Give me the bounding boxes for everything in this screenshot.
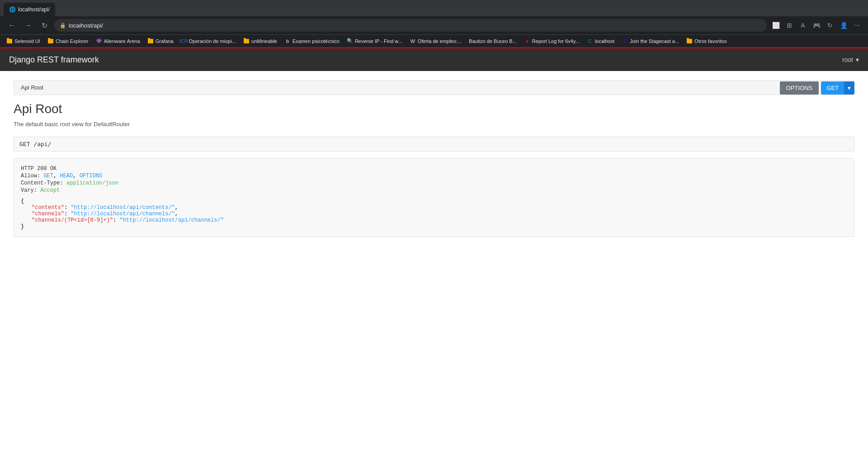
- allow-header-name: Allow:: [21, 173, 43, 179]
- bookmark-report-log[interactable]: ● Report Log for 6v4y...: [521, 37, 582, 45]
- bookmark-label: Reverse IP - Find w...: [355, 38, 402, 44]
- folder-icon: [686, 38, 693, 44]
- http-status: HTTP 200 OK: [21, 166, 847, 172]
- json-value-channels: "http://localhost/api/channels/": [71, 211, 175, 217]
- json-key-channels: "channels": [32, 211, 64, 217]
- address-bar[interactable]: 🔒 localhost/api/: [54, 19, 767, 32]
- content-type-name: Content-Type:: [21, 180, 66, 186]
- bookmark-unmineable[interactable]: unMineable: [241, 37, 280, 45]
- site-icon: S: [622, 38, 628, 44]
- bookmark-bautizo[interactable]: Bautizo de Buceo B...: [466, 38, 519, 45]
- navbar-user-label: root: [842, 56, 853, 63]
- content-type-value: application/json: [66, 180, 118, 186]
- json-value-channels-regex: "http://localhost/api/channels/": [119, 217, 223, 223]
- browser-actions: ⬜ ⊞ A 🎮 ↻ 👤 ⋯: [770, 20, 863, 31]
- json-key-channels-regex: "channels/(?P<id>[0-9]+)": [32, 217, 113, 223]
- navbar-brand[interactable]: Django REST framework: [9, 55, 99, 65]
- get-button-group: GET ▾: [821, 81, 854, 95]
- json-comma-1: ,: [175, 204, 178, 211]
- browser-chrome: 🌐 localhost/api/ ← → ↻ 🔒 localhost/api/ …: [0, 0, 868, 47]
- site-icon: ●: [524, 38, 530, 44]
- reload-button[interactable]: ↻: [38, 19, 51, 32]
- browser-controls: ← → ↻ 🔒 localhost/api/ ⬜ ⊞ A 🎮 ↻ 👤 ⋯: [0, 16, 868, 34]
- back-button[interactable]: ←: [5, 19, 18, 32]
- json-open-brace: {: [21, 198, 847, 204]
- json-key-contents: "contents": [32, 204, 64, 211]
- request-line: GET /api/: [14, 137, 854, 152]
- page-description: The default basic root view for DefaultR…: [14, 121, 854, 128]
- bookmark-otros[interactable]: Otros favoritos: [684, 37, 730, 45]
- site-icon: W: [410, 38, 416, 44]
- gaming-icon[interactable]: 🎮: [811, 20, 822, 31]
- json-channels-row: "channels": "http://localhost/api/channe…: [21, 211, 847, 217]
- allow-header-options: OPTIONS: [80, 173, 102, 179]
- folder-icon: [6, 38, 13, 44]
- json-channels-regex-row: "channels/(?P<id>[0-9]+)": "http://local…: [21, 217, 847, 223]
- json-colon-3: :: [113, 217, 119, 223]
- json-close-brace: }: [21, 223, 847, 230]
- bookmark-label: Operación de miopi...: [189, 38, 236, 44]
- vary-header-value: Accept: [40, 187, 60, 194]
- get-button[interactable]: GET: [821, 81, 844, 95]
- bookmark-localhost[interactable]: C localhost: [584, 37, 617, 45]
- folder-icon: ICR: [181, 38, 187, 44]
- navbar: Django REST framework root: [0, 48, 868, 71]
- vary-header: Vary: Accept: [21, 187, 847, 194]
- response-box: HTTP 200 OK Allow: GET, HEAD, OPTIONS Co…: [14, 158, 854, 237]
- bookmark-stagecast[interactable]: S Join the Stagecast a...: [619, 37, 682, 45]
- folder-icon: [147, 38, 154, 44]
- forward-button[interactable]: →: [22, 19, 34, 32]
- allow-header-comma2: ,: [73, 173, 79, 179]
- breadcrumb: Api Root: [14, 80, 854, 95]
- bookmark-label: Chain Explorer: [56, 38, 89, 44]
- update-icon[interactable]: ↻: [825, 20, 835, 31]
- bookmark-label: Selenoid UI: [14, 38, 40, 44]
- bookmark-label: Oferta de empleo:...: [418, 38, 462, 44]
- menu-icon[interactable]: ⋯: [852, 20, 863, 31]
- allow-header-comma1: ,: [53, 173, 60, 179]
- bookmark-label: unMineable: [251, 38, 277, 44]
- navbar-user[interactable]: root: [842, 56, 859, 63]
- active-tab[interactable]: 🌐 localhost/api/: [4, 3, 55, 16]
- bookmark-label: localhost: [595, 38, 614, 44]
- grid-icon[interactable]: ⊞: [784, 20, 795, 31]
- vary-header-name: Vary:: [21, 187, 40, 194]
- bookmark-oferta[interactable]: W Oferta de empleo:...: [407, 37, 464, 45]
- allow-header-head: HEAD: [60, 173, 73, 179]
- bookmark-examen[interactable]: b Examen psicotécnico: [282, 37, 342, 45]
- screen-cast-icon[interactable]: ⬜: [770, 20, 781, 31]
- get-caret-button[interactable]: ▾: [844, 81, 854, 95]
- font-icon[interactable]: A: [797, 20, 808, 31]
- profile-icon[interactable]: 👤: [838, 20, 849, 31]
- folder-icon: [243, 38, 250, 44]
- url-text: localhost/api/: [69, 22, 103, 29]
- bookmark-operacion[interactable]: ICR Operación de miopi...: [178, 37, 239, 45]
- tab-label: localhost/api/: [18, 6, 50, 13]
- bookmark-label: Examen psicotécnico: [292, 38, 340, 44]
- bookmark-label: Alienware Arena: [104, 38, 140, 44]
- allow-header-value: GET: [43, 173, 53, 179]
- content-type-header: Content-Type: application/json: [21, 180, 847, 186]
- bookmark-label: Bautizo de Buceo B...: [469, 38, 517, 44]
- bookmark-label: Join the Stagecast a...: [630, 38, 679, 44]
- folder-icon: [47, 38, 54, 44]
- bookmark-alienware[interactable]: 👾 Alienware Arena: [93, 37, 143, 45]
- bookmark-reverse-ip[interactable]: 🔍 Reverse IP - Find w...: [344, 37, 405, 45]
- json-colon-1: :: [64, 204, 71, 211]
- json-body: { "contents": "http://localhost/api/cont…: [21, 198, 847, 230]
- bookmark-chain-explorer[interactable]: Chain Explorer: [45, 37, 91, 45]
- json-comma-2: ,: [175, 211, 178, 217]
- tab-bar: 🌐 localhost/api/: [0, 0, 868, 16]
- bookmarks-bar: Selenoid UI Chain Explorer 👾 Alienware A…: [0, 34, 868, 47]
- bookmark-grafana[interactable]: Grafana: [145, 37, 176, 45]
- bookmark-label: Grafana: [156, 38, 174, 44]
- site-icon: 🔍: [347, 38, 353, 44]
- bookmark-selenoid-ui[interactable]: Selenoid UI: [4, 37, 43, 45]
- site-icon: b: [284, 38, 291, 44]
- json-contents-row: "contents": "http://localhost/api/conten…: [21, 204, 847, 211]
- main-content: Api Root OPTIONS GET ▾ Api Root The defa…: [0, 71, 868, 246]
- lock-icon: 🔒: [60, 23, 66, 28]
- options-button[interactable]: OPTIONS: [780, 81, 819, 95]
- breadcrumb-text: Api Root: [21, 84, 43, 91]
- page-title: Api Root: [14, 102, 854, 116]
